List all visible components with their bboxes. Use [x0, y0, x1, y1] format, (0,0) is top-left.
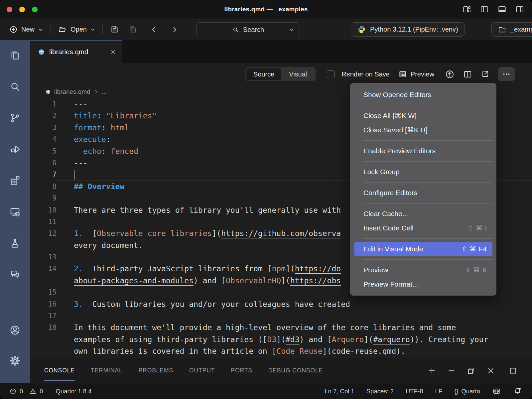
- minimize-window-button[interactable]: [19, 7, 25, 12]
- menu-item-edit-in-visual-mode[interactable]: Edit in Visual Mode⇧ ⌘ F4: [354, 242, 492, 256]
- back-icon[interactable]: [150, 26, 158, 34]
- breadcrumb-more[interactable]: ...: [102, 88, 107, 95]
- search-sidebar-icon[interactable]: [9, 81, 21, 92]
- line-number: [30, 275, 57, 287]
- encoding-status[interactable]: UTF-8: [406, 388, 423, 395]
- menu-item-lock-group[interactable]: Lock Group: [350, 165, 496, 179]
- indent-guide: [74, 146, 74, 157]
- panel-close-icon[interactable]: [486, 366, 495, 375]
- render-on-save-checkbox[interactable]: [327, 70, 335, 78]
- extensions-icon[interactable]: [9, 175, 21, 186]
- open-button[interactable]: Open: [58, 25, 95, 34]
- forward-icon[interactable]: [171, 26, 179, 34]
- chat-icon[interactable]: [9, 269, 21, 280]
- line-number: 9: [30, 193, 57, 204]
- menu-item-close-saved-k-u[interactable]: Close Saved [⌘K U]: [350, 123, 496, 137]
- indentation-status[interactable]: Spaces: 2: [366, 388, 394, 395]
- tab-libraries-qmd[interactable]: libraries.qmd: [30, 40, 122, 63]
- save-all-icon[interactable]: [128, 25, 137, 34]
- code-line-18[interactable]: 18In this document we'll provide a high-…: [30, 322, 532, 333]
- breadcrumb-file[interactable]: libraries.qmd: [54, 88, 90, 95]
- panel-plus-icon[interactable]: [428, 366, 436, 375]
- chevron-down-icon: [90, 27, 95, 32]
- activity-bar: [0, 40, 30, 383]
- settings-gear-icon[interactable]: [9, 355, 21, 366]
- cursor-position-status[interactable]: Ln 7, Col 1: [325, 388, 354, 395]
- publish-icon[interactable]: [445, 69, 455, 79]
- language-mode-status[interactable]: {} Quarto: [454, 388, 480, 395]
- error-count: 0: [20, 388, 23, 395]
- close-tab-icon[interactable]: [110, 49, 116, 55]
- visual-mode-button[interactable]: Visual: [281, 68, 315, 80]
- toggle-primary-sidebar-icon[interactable]: [480, 5, 489, 14]
- preview-button[interactable]: Preview: [398, 70, 434, 78]
- menu-item-insert-code-cell[interactable]: Insert Code Cell⇧ ⌘ I: [350, 221, 496, 235]
- menu-item-configure-editors[interactable]: Configure Editors: [350, 186, 496, 200]
- remote-explorer-icon[interactable]: [9, 206, 21, 217]
- panel-tab-output[interactable]: OUTPUT: [189, 358, 215, 383]
- new-button-label: New: [21, 26, 35, 33]
- new-button[interactable]: New: [9, 25, 43, 34]
- line-number: 11: [30, 216, 57, 228]
- interpreter-selector[interactable]: Python 3.12.1 (PipEnv: .venv): [351, 22, 465, 37]
- toggle-panel-icon[interactable]: [498, 5, 506, 14]
- close-window-button[interactable]: [7, 7, 12, 12]
- panel-tab-problems[interactable]: PROBLEMS: [139, 358, 173, 383]
- session-folder-button[interactable]: _examples: [491, 22, 532, 37]
- menu-item-close-all-k-w[interactable]: Close All [⌘K W]: [350, 108, 496, 123]
- more-actions-button[interactable]: [498, 67, 515, 81]
- split-editor-icon[interactable]: [463, 70, 472, 79]
- panel-tab-ports[interactable]: PORTS: [231, 358, 252, 383]
- text-cursor: [74, 170, 74, 180]
- line-number: 18: [30, 322, 57, 333]
- menu-separator: [363, 203, 492, 203]
- panel-maximize-icon[interactable]: [509, 366, 517, 375]
- code-line-wrap-21[interactable]: own libraries is covered in the article …: [30, 345, 532, 357]
- python-logo-icon: [357, 25, 366, 34]
- run-debug-icon[interactable]: [9, 144, 21, 155]
- status-bar: 0 0 Quarto: 1.8.4 Ln 7, Col 1 Spaces: 2 …: [0, 383, 532, 399]
- problems-status[interactable]: 0 0: [9, 388, 43, 395]
- testing-icon[interactable]: [9, 237, 21, 249]
- menu-item-enable-preview-editors[interactable]: Enable Preview Editors: [350, 144, 496, 158]
- line-number: 8: [30, 181, 57, 193]
- line-number: [30, 334, 57, 345]
- toggle-secondary-sidebar-icon[interactable]: [515, 5, 524, 14]
- interpreter-label: Python 3.12.1 (PipEnv: .venv): [370, 26, 458, 33]
- chevron-right-icon: [94, 89, 98, 94]
- source-control-icon[interactable]: [9, 112, 21, 124]
- menu-item-show-opened-editors[interactable]: Show Opened Editors: [350, 87, 496, 102]
- save-icon[interactable]: [110, 25, 119, 34]
- code-line-16[interactable]: 163. Custom libraries you and/or your co…: [30, 299, 532, 310]
- panel-restore-icon[interactable]: [467, 366, 475, 375]
- warning-icon: [29, 388, 37, 395]
- menu-item-clear-cache[interactable]: Clear Cache…: [350, 206, 496, 221]
- render-on-save-label: Render on Save: [341, 70, 390, 78]
- open-in-new-window-icon[interactable]: [481, 70, 489, 78]
- quarto-file-icon: [45, 89, 51, 95]
- chevron-down-icon[interactable]: [289, 27, 294, 32]
- accounts-icon[interactable]: [9, 325, 21, 336]
- zoom-window-button[interactable]: [32, 7, 38, 12]
- source-mode-button[interactable]: Source: [246, 68, 281, 80]
- customize-layout-icon[interactable]: [463, 5, 471, 14]
- code-line-wrap-20[interactable]: examples of using third-party libraries …: [30, 334, 532, 345]
- menu-item-preview-format[interactable]: Preview Format…: [350, 277, 496, 291]
- line-number: 14: [30, 263, 57, 275]
- panel-tab-terminal[interactable]: TERMINAL: [91, 358, 123, 383]
- code-line-17[interactable]: 17: [30, 310, 532, 322]
- search-input[interactable]: Search: [196, 22, 300, 37]
- panel-minus-icon[interactable]: [447, 366, 456, 375]
- panel-tab-debug-console[interactable]: DEBUG CONSOLE: [268, 358, 323, 383]
- quarto-version-status[interactable]: Quarto: 1.8.4: [56, 388, 92, 395]
- eol-status[interactable]: LF: [435, 388, 442, 395]
- line-number: 7: [30, 169, 57, 181]
- explorer-icon[interactable]: [9, 50, 21, 61]
- bottom-panel: CONSOLETERMINALPROBLEMSOUTPUTPORTSDEBUG …: [30, 358, 532, 383]
- toolbar-separator: [102, 25, 103, 34]
- menu-item-preview[interactable]: Preview⇧ ⌘ K: [350, 263, 496, 277]
- panel-tab-console[interactable]: CONSOLE: [44, 358, 75, 383]
- notifications-bell-icon[interactable]: [513, 387, 522, 396]
- copilot-icon[interactable]: [492, 387, 501, 396]
- preview-label: Preview: [411, 70, 434, 78]
